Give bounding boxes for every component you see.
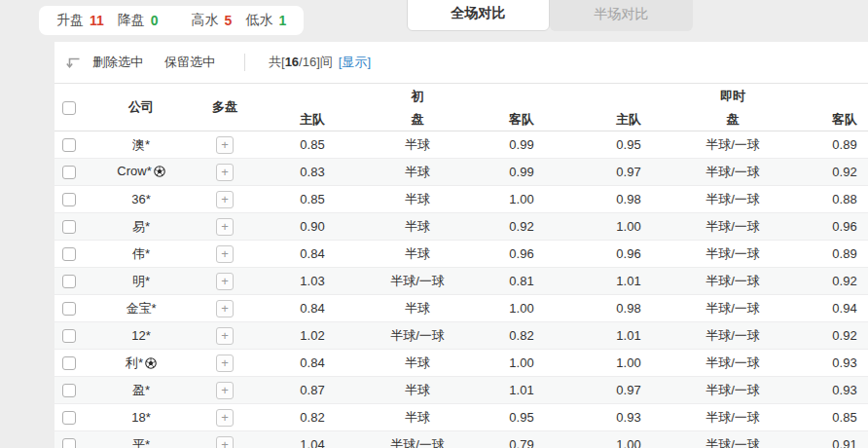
tab-half-match-compare[interactable]: 半场对比 <box>550 0 693 31</box>
company-cell: 12* <box>84 322 199 350</box>
row-checkbox[interactable] <box>62 275 76 288</box>
row-select-cell <box>54 131 84 159</box>
row-checkbox[interactable] <box>62 438 76 448</box>
row-select-cell <box>54 268 84 295</box>
count-current: 16 <box>285 55 299 69</box>
expand-plus-button[interactable]: + <box>216 355 234 372</box>
live-handicap: 半球/一球 <box>675 377 790 404</box>
stat-high-water-value: 5 <box>225 13 233 28</box>
company-cell: 金宝* <box>84 295 199 322</box>
expand-plus-button[interactable]: + <box>216 382 234 399</box>
stat-low-water-label: 低水 <box>245 12 272 29</box>
live-handicap: 半球/一球 <box>675 404 790 431</box>
group-header-live: 即时 <box>675 84 790 110</box>
row-checkbox[interactable] <box>62 411 76 425</box>
initial-handicap: 半球 <box>374 350 461 377</box>
initial-away-odds: 0.81 <box>461 268 582 295</box>
initial-home-odds: 0.84 <box>251 241 374 268</box>
delete-selected-button[interactable]: 删除选中 <box>92 54 143 71</box>
initial-home-odds: 0.85 <box>251 186 374 213</box>
live-away-odds: 0.93 <box>790 377 868 404</box>
live-away-odds: 0.89 <box>790 241 868 268</box>
initial-handicap: 半球/一球 <box>374 268 461 295</box>
row-checkbox[interactable] <box>62 138 76 152</box>
stat-low-water-value: 1 <box>278 13 286 28</box>
company-cell: 平* <box>84 431 199 448</box>
expand-plus-button[interactable]: + <box>216 300 234 317</box>
stat-high-water-label: 高水 <box>192 12 219 29</box>
live-home-odds: 0.93 <box>582 404 675 431</box>
table-row: Crow* + 0.83 半球 0.99 0.97 半球/一球 0.92 <box>54 159 868 186</box>
row-select-cell <box>54 431 84 448</box>
expand-plus-button[interactable]: + <box>216 136 234 154</box>
show-link[interactable]: [显示] <box>339 54 371 71</box>
col-header-init-home: 主队 <box>251 109 374 131</box>
initial-home-odds: 1.02 <box>251 322 374 350</box>
table-row: 12* + 1.02 半球/一球 0.82 1.01 半球/一球 0.92 <box>54 322 868 350</box>
live-home-odds: 1.01 <box>582 268 675 295</box>
stat-drop-value: 0 <box>151 13 159 28</box>
row-checkbox[interactable] <box>62 193 76 206</box>
live-home-odds: 0.97 <box>582 159 675 186</box>
table-row: 伟* + 0.84 半球 0.96 0.96 半球/一球 0.89 <box>54 241 868 268</box>
initial-home-odds: 0.83 <box>251 159 374 186</box>
initial-handicap: 半球/一球 <box>374 431 461 448</box>
row-select-cell <box>54 159 84 186</box>
initial-away-odds: 0.79 <box>461 431 582 448</box>
row-select-cell <box>54 186 84 213</box>
row-select-cell <box>54 404 84 431</box>
expand-plus-button[interactable]: + <box>216 245 234 263</box>
select-all-checkbox[interactable] <box>62 101 76 115</box>
expand-plus-button[interactable]: + <box>216 273 234 290</box>
row-checkbox[interactable] <box>62 247 76 261</box>
row-checkbox[interactable] <box>62 329 76 343</box>
spacer <box>461 84 582 110</box>
table-row: 金宝* + 0.84 半球 1.00 0.98 半球/一球 0.94 <box>54 295 868 322</box>
live-handicap: 半球/一球 <box>675 131 790 159</box>
multi-odds-cell: + <box>199 377 251 404</box>
stat-high-water: 高水 5 <box>192 12 233 29</box>
live-away-odds: 0.92 <box>790 268 868 295</box>
initial-handicap: 半球/一球 <box>374 322 461 350</box>
expand-plus-button[interactable]: + <box>216 436 234 448</box>
col-header-live-home: 主队 <box>582 109 675 131</box>
expand-plus-button[interactable]: + <box>216 191 234 208</box>
row-checkbox[interactable] <box>62 302 76 316</box>
group-header-initial: 初 <box>374 84 461 110</box>
multi-odds-cell: + <box>199 322 251 350</box>
live-handicap: 半球/一球 <box>675 350 790 377</box>
initial-handicap: 半球 <box>374 186 461 213</box>
odds-panel: 删除选中 保留选中 共[16/16]间 [显示] 公司 多盘 初 即时 <box>54 42 868 448</box>
multi-odds-cell: + <box>199 404 251 431</box>
expand-plus-button[interactable]: + <box>216 164 234 181</box>
company-name: 澳* <box>132 137 150 152</box>
tab-full-match-compare[interactable]: 全场对比 <box>407 0 550 31</box>
multi-odds-cell: + <box>199 186 251 213</box>
row-checkbox[interactable] <box>62 356 76 370</box>
company-cell: 盈* <box>84 377 199 404</box>
col-header-multi: 多盘 <box>199 84 251 131</box>
soccer-ball-icon <box>145 357 157 372</box>
company-name: 易* <box>132 219 150 234</box>
initial-away-odds: 1.01 <box>461 377 582 404</box>
expand-plus-button[interactable]: + <box>216 409 234 427</box>
live-home-odds: 0.98 <box>582 186 675 213</box>
stat-drop-label: 降盘 <box>118 12 145 29</box>
company-name: 36* <box>131 192 151 206</box>
initial-away-odds: 0.99 <box>461 131 582 159</box>
row-checkbox[interactable] <box>62 166 76 179</box>
initial-away-odds: 0.96 <box>461 241 582 268</box>
expand-plus-button[interactable]: + <box>216 218 234 236</box>
row-checkbox[interactable] <box>62 220 76 234</box>
stat-rise-value: 11 <box>90 13 104 28</box>
keep-selected-button[interactable]: 保留选中 <box>164 54 215 71</box>
bookmaker-count: 共[16/16]间 <box>269 54 333 71</box>
spacer <box>790 84 868 110</box>
expand-plus-button[interactable]: + <box>216 327 234 345</box>
company-name: 12* <box>131 328 151 343</box>
initial-handicap: 半球 <box>374 295 461 322</box>
row-checkbox[interactable] <box>62 384 76 397</box>
initial-home-odds: 0.84 <box>251 350 374 377</box>
initial-handicap: 半球 <box>374 159 461 186</box>
multi-odds-cell: + <box>199 131 251 159</box>
